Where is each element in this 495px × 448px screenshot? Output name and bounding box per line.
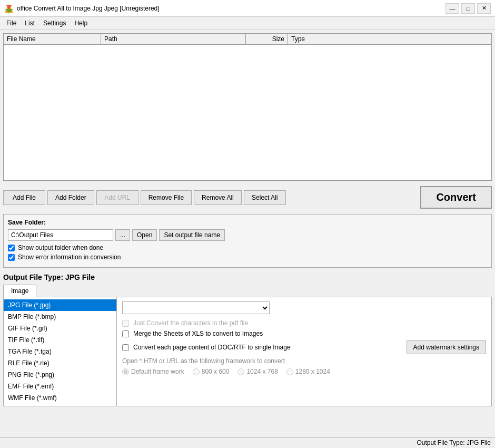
- right-options-panel: Just Convert the characters in the pdf f…: [117, 297, 491, 406]
- radio-1024-input[interactable]: [237, 368, 244, 375]
- menu-file[interactable]: File: [2, 18, 21, 28]
- maximize-button[interactable]: □: [461, 3, 475, 14]
- option-merge-xls-checkbox[interactable]: [122, 330, 129, 337]
- menu-help[interactable]: Help: [70, 18, 92, 28]
- radio-1280-input[interactable]: [286, 368, 293, 375]
- add-url-button[interactable]: Add URL: [96, 190, 138, 205]
- remove-file-button[interactable]: Remove File: [141, 190, 192, 205]
- option-pdf-chars-label: Just Convert the characters in the pdf f…: [133, 319, 248, 327]
- save-folder-label: Save Folder:: [8, 219, 487, 226]
- option-pdf-chars-row: Just Convert the characters in the pdf f…: [122, 319, 486, 327]
- remove-all-button[interactable]: Remove All: [194, 190, 242, 205]
- radio-1024[interactable]: 1024 x 768: [237, 368, 278, 375]
- option-pdf-chars-checkbox: [122, 320, 129, 327]
- open-htmurl-label: Open *.HTM or URL as the following frame…: [122, 357, 486, 365]
- option-merge-xls-row: Merge the Sheets of XLS to convert to Im…: [122, 330, 486, 337]
- quality-select[interactable]: [122, 301, 270, 314]
- radio-1280[interactable]: 1280 x 1024: [286, 368, 330, 375]
- status-bar: Output File Type: JPG File: [0, 437, 495, 448]
- convert-button[interactable]: Convert: [420, 186, 492, 209]
- show-error-row: Show error information in conversion: [8, 254, 487, 261]
- minimize-button[interactable]: —: [445, 3, 459, 14]
- dropdown-row: [122, 301, 486, 314]
- set-output-filename-button[interactable]: Set output file name: [159, 229, 225, 241]
- watermark-btn-row: Add watermark settings: [407, 340, 486, 354]
- file-table-body[interactable]: [4, 45, 491, 177]
- close-button[interactable]: ✕: [477, 3, 491, 14]
- list-item-emf[interactable]: EMF File (*.emf): [4, 381, 116, 392]
- radio-row: Default frame work 800 x 600 1024 x 768 …: [122, 368, 486, 375]
- watermark-settings-button[interactable]: Add watermark settings: [407, 340, 486, 354]
- output-type-header: Output File Type: JPG File: [3, 273, 492, 281]
- show-output-label: Show output folder when done: [18, 244, 103, 251]
- add-file-button[interactable]: Add File: [3, 190, 45, 205]
- folder-path-input[interactable]: [8, 229, 113, 241]
- tab-image[interactable]: Image: [3, 285, 36, 297]
- list-item-png[interactable]: PNG File (*.png): [4, 369, 116, 381]
- show-error-checkbox[interactable]: [8, 254, 15, 261]
- show-output-row: Show output folder when done: [8, 244, 487, 251]
- col-type: Type: [288, 34, 491, 44]
- list-item-jpg[interactable]: JPG File (*.jpg): [4, 299, 116, 311]
- open-folder-button[interactable]: Open: [132, 229, 157, 241]
- list-item-wmf[interactable]: WMF File (*.wmf): [4, 392, 116, 404]
- list-item-bmp[interactable]: BMP File (*.bmp): [4, 311, 116, 323]
- show-output-checkbox[interactable]: [8, 245, 15, 251]
- add-folder-button[interactable]: Add Folder: [47, 190, 94, 205]
- bottom-panel: JPG File (*.jpg) BMP File (*.bmp) GIF Fi…: [3, 297, 492, 406]
- title-bar-left: office Convert All to Image Jpg Jpeg [Un…: [4, 4, 160, 13]
- option-convert-doc-label: Convert each page content of DOC/RTF to …: [133, 344, 291, 351]
- option-convert-doc-row: Convert each page content of DOC/RTF to …: [122, 344, 402, 351]
- browse-button[interactable]: ...: [115, 229, 130, 241]
- window-title: office Convert All to Image Jpg Jpeg [Un…: [17, 5, 160, 12]
- col-filename: File Name: [4, 34, 101, 44]
- show-error-label: Show error information in conversion: [18, 254, 121, 261]
- radio-800-input[interactable]: [193, 368, 200, 375]
- radio-800[interactable]: 800 x 600: [193, 368, 230, 375]
- list-item-gif[interactable]: GIF File (*.gif): [4, 323, 116, 334]
- radio-default-input[interactable]: [122, 368, 129, 375]
- list-item-tga[interactable]: TGA File (*.tga): [4, 346, 116, 357]
- file-table-header: File Name Path Size Type: [4, 34, 491, 45]
- list-item-tif[interactable]: TIF File (*.tif): [4, 334, 116, 346]
- col-size: Size: [246, 34, 288, 44]
- list-item-rle[interactable]: RLE File (*.rle): [4, 357, 116, 369]
- output-type-value: JPG File: [65, 273, 95, 281]
- title-controls: — □ ✕: [445, 3, 491, 14]
- save-folder-row: ... Open Set output file name: [8, 229, 487, 241]
- main-content: File Name Path Size Type Add File Add Fo…: [0, 30, 495, 410]
- file-type-list: JPG File (*.jpg) BMP File (*.bmp) GIF Fi…: [4, 297, 117, 406]
- tabs-row: Image: [3, 285, 492, 297]
- option-convert-doc-checkbox[interactable]: [122, 344, 129, 351]
- app-icon: [4, 4, 14, 13]
- select-all-button[interactable]: Select All: [244, 190, 286, 205]
- radio-default[interactable]: Default frame work: [122, 368, 184, 375]
- toolbar: Add File Add Folder Add URL Remove File …: [3, 184, 492, 211]
- option-merge-xls-label: Merge the Sheets of XLS to convert to Im…: [133, 330, 263, 337]
- menu-bar: File List Settings Help: [0, 17, 495, 30]
- title-bar: office Convert All to Image Jpg Jpeg [Un…: [0, 0, 495, 17]
- file-table: File Name Path Size Type: [3, 33, 492, 181]
- menu-list[interactable]: List: [21, 18, 39, 28]
- menu-settings[interactable]: Settings: [39, 18, 70, 28]
- status-text: Output File Type: JPG File: [417, 439, 491, 446]
- save-folder-section: Save Folder: ... Open Set output file na…: [3, 214, 492, 268]
- col-path: Path: [101, 34, 246, 44]
- output-type-label: Output File Type:: [3, 273, 63, 281]
